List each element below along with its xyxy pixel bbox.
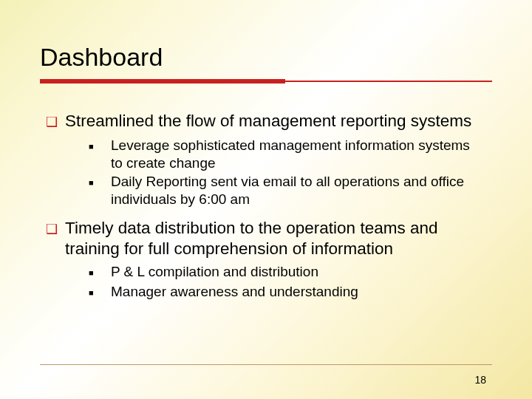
bullet-text: Streamlined the flow of management repor…: [65, 111, 471, 131]
bullet-lvl2: ■ Manager awareness and understanding: [89, 283, 485, 301]
sub-bullet-text: Leverage sophisticated management inform…: [111, 137, 485, 171]
square-bullet-icon: ■: [89, 173, 111, 191]
slide: Dashboard ❑ Streamlined the flow of mana…: [0, 0, 532, 399]
page-number: 18: [474, 374, 486, 386]
sub-bullet-group: ■ Leverage sophisticated management info…: [89, 137, 485, 208]
bullet-lvl2: ■ Daily Reporting sent via email to all …: [89, 173, 485, 208]
bullet-lvl1: ❑ Timely data distribution to the operat…: [46, 218, 485, 259]
sub-bullet-text: Daily Reporting sent via email to all op…: [111, 173, 485, 208]
square-bullet-icon: ■: [89, 263, 111, 282]
title-block: Dashboard: [40, 43, 492, 83]
square-bullet-icon: ■: [89, 283, 111, 301]
slide-title: Dashboard: [40, 43, 492, 72]
square-bullet-icon: ■: [89, 137, 111, 155]
sub-bullet-text: P & L compilation and distribution: [111, 263, 318, 281]
bullet-text: Timely data distribution to the operatio…: [65, 218, 485, 259]
sub-bullet-group: ■ P & L compilation and distribution ■ M…: [89, 263, 485, 301]
title-rule: [40, 79, 492, 83]
sub-bullet-text: Manager awareness and understanding: [111, 283, 358, 301]
bullet-lvl2: ■ Leverage sophisticated management info…: [89, 137, 485, 171]
bullet-lvl1: ❑ Streamlined the flow of management rep…: [46, 111, 485, 132]
bullet-lvl2: ■ P & L compilation and distribution: [89, 263, 485, 282]
square-open-bullet-icon: ❑: [46, 111, 65, 132]
square-open-bullet-icon: ❑: [46, 218, 65, 239]
footer-rule: [40, 364, 492, 365]
content-area: ❑ Streamlined the flow of management rep…: [46, 111, 485, 312]
